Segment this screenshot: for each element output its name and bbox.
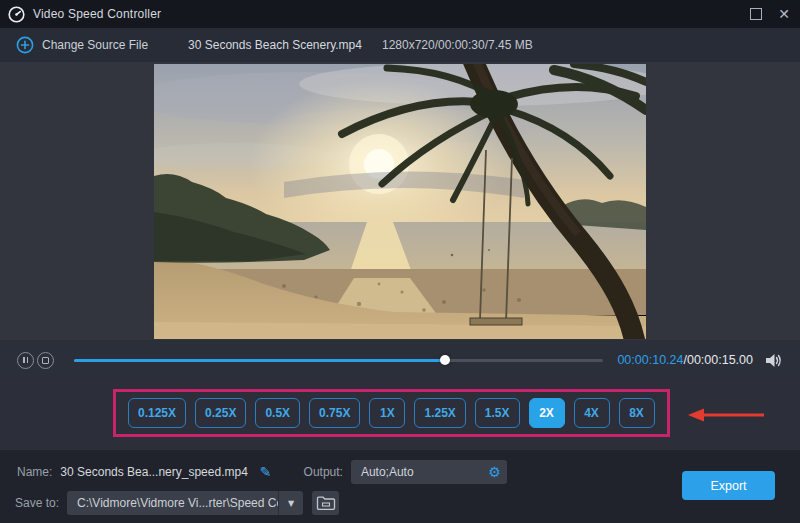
stop-button[interactable] xyxy=(37,352,54,369)
add-icon xyxy=(16,36,34,54)
volume-icon xyxy=(765,353,783,368)
maximize-button[interactable] xyxy=(750,8,762,20)
total-time: 00:00:15.00 xyxy=(687,353,753,367)
player-controls: 00:00:10.24/00:00:15.00 xyxy=(0,340,800,380)
save-to-label: Save to: xyxy=(15,496,59,510)
save-path-dropdown[interactable]: C:\Vidmore\Vidmore Vi...rter\Speed Contr… xyxy=(67,491,303,515)
video-preview-image xyxy=(154,64,646,339)
output-panel: Name: 30 Seconds Bea...nery_speed.mp4 ✎ … xyxy=(0,450,800,523)
save-to-row: Save to: C:\Vidmore\Vidmore Vi...rter\Sp… xyxy=(0,490,800,516)
speed-button-4x[interactable]: 4X xyxy=(574,398,610,428)
pause-button[interactable] xyxy=(17,352,34,369)
close-button[interactable]: ✕ xyxy=(778,7,790,21)
volume-button[interactable] xyxy=(765,353,783,368)
toolbar: Change Source File 30 Seconds Beach Scen… xyxy=(0,28,800,62)
speed-button-1.25x[interactable]: 1.25X xyxy=(414,398,465,428)
name-output-row: Name: 30 Seconds Bea...nery_speed.mp4 ✎ … xyxy=(0,459,800,485)
video-file-name: 30 Seconds Beach Scenery.mp4 xyxy=(188,38,362,52)
settings-gear-icon[interactable]: ⚙ xyxy=(488,465,501,479)
titlebar: Video Speed Controller ✕ xyxy=(0,0,800,28)
speed-button-0.5x[interactable]: 0.5X xyxy=(255,398,300,428)
output-format-select[interactable]: Auto;Auto ⚙ xyxy=(351,460,507,484)
progress-fill xyxy=(74,359,445,362)
name-label: Name: xyxy=(17,465,52,479)
speed-button-1.5x[interactable]: 1.5X xyxy=(475,398,520,428)
dropdown-arrow-icon[interactable]: ▼ xyxy=(278,491,303,515)
progress-thumb[interactable] xyxy=(440,355,450,365)
speed-button-0.25x[interactable]: 0.25X xyxy=(195,398,246,428)
output-label: Output: xyxy=(304,465,343,479)
open-folder-button[interactable] xyxy=(312,491,339,515)
current-time: 00:00:10.24 xyxy=(617,353,683,367)
speed-highlight-box: 0.125X0.25X0.5X0.75X1X1.25X1.5X2X4X8X xyxy=(113,389,670,437)
output-format-value: Auto;Auto xyxy=(361,465,488,479)
speed-button-0.75x[interactable]: 0.75X xyxy=(309,398,360,428)
rename-pencil-icon[interactable]: ✎ xyxy=(260,464,272,480)
window-title: Video Speed Controller xyxy=(33,7,161,21)
change-source-file-label: Change Source File xyxy=(42,38,148,52)
folder-icon xyxy=(316,496,336,511)
video-stage xyxy=(0,62,800,340)
app-logo-icon xyxy=(8,6,25,23)
speed-button-0.125x[interactable]: 0.125X xyxy=(128,398,186,428)
speed-button-1x[interactable]: 1X xyxy=(369,398,405,428)
progress-slider[interactable] xyxy=(74,359,603,362)
speed-button-2x[interactable]: 2X xyxy=(529,398,565,428)
speed-button-8x[interactable]: 8X xyxy=(619,398,655,428)
pause-icon xyxy=(23,357,28,363)
video-file-info: 1280x720/00:00:30/7.45 MB xyxy=(382,38,533,52)
save-path-value: C:\Vidmore\Vidmore Vi...rter\Speed Contr… xyxy=(67,496,278,510)
speed-panel: 0.125X0.25X0.5X0.75X1X1.25X1.5X2X4X8X xyxy=(0,380,800,450)
stop-icon xyxy=(42,357,49,364)
video-speed-controller-window: Video Speed Controller ✕ Change Source F… xyxy=(0,0,800,523)
time-display: 00:00:10.24/00:00:15.00 xyxy=(617,353,753,367)
output-file-name: 30 Seconds Bea...nery_speed.mp4 xyxy=(60,465,247,479)
export-button[interactable]: Export xyxy=(682,471,775,500)
change-source-file-button[interactable]: Change Source File xyxy=(16,36,148,54)
window-controls: ✕ xyxy=(750,7,790,21)
annotation-arrow xyxy=(688,407,766,423)
